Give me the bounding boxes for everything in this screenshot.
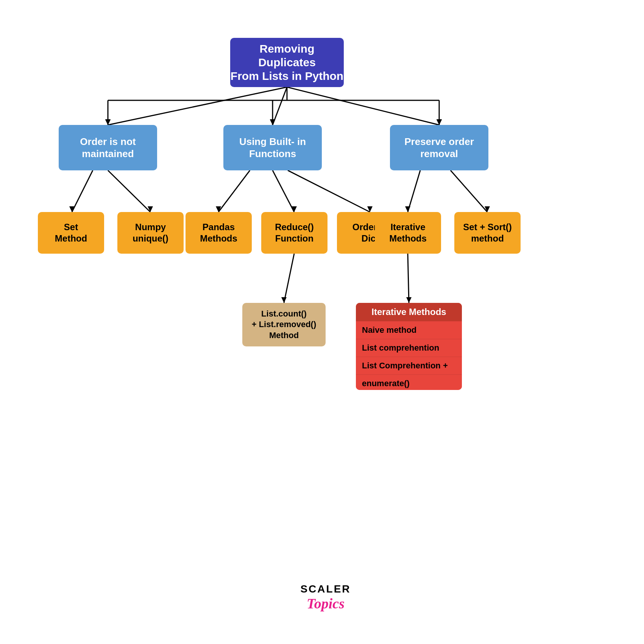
svg-marker-25 [405, 206, 410, 212]
order-not-maintained-node: Order is not maintained [59, 125, 157, 170]
set-method-label: Set Method [55, 221, 87, 244]
brand: SCALER Topics [288, 583, 363, 612]
iterative-methods-item-2: List comprehention [356, 339, 462, 357]
preserve-order-node: Preserve order removal [390, 125, 488, 170]
iterative-methods-detail-box: Iterative Methods Naive method List comp… [356, 303, 462, 390]
svg-marker-27 [485, 206, 490, 212]
iterative-methods-item-3: List Comprehention + [356, 357, 462, 374]
svg-line-14 [72, 170, 93, 212]
iterative-methods-detail-header: Iterative Methods [356, 303, 462, 321]
svg-marker-11 [105, 120, 111, 125]
svg-marker-23 [367, 206, 373, 212]
iterative-methods-item-4: enumerate() [356, 374, 462, 390]
preserve-order-label: Preserve order removal [404, 136, 474, 160]
set-sort-method-label: Set + Sort() method [463, 221, 512, 244]
svg-line-28 [284, 254, 294, 303]
iterative-methods-item-1: Naive method [356, 321, 462, 339]
svg-marker-31 [406, 297, 412, 303]
numpy-unique-node: Numpy unique() [117, 212, 184, 254]
svg-line-26 [451, 170, 487, 212]
svg-line-16 [108, 170, 150, 212]
built-in-functions-node: Using Built- in Functions [223, 125, 322, 170]
pandas-methods-label: Pandas Methods [200, 221, 237, 244]
brand-scaler-text: SCALER [288, 583, 363, 595]
svg-line-2 [273, 87, 287, 125]
root-node: Removing Duplicates From Lists in Python [230, 38, 344, 87]
reduce-function-node: Reduce() Function [261, 212, 327, 254]
built-in-functions-label: Using Built- in Functions [239, 136, 306, 160]
iterative-methods-node: Iterative Methods [375, 212, 441, 254]
svg-marker-12 [270, 120, 275, 125]
svg-marker-1 [105, 119, 111, 125]
diagram-container: Removing Duplicates From Lists in Python… [0, 0, 644, 644]
svg-line-30 [408, 254, 409, 303]
svg-line-4 [287, 87, 439, 125]
svg-marker-21 [292, 206, 297, 212]
set-method-node: Set Method [38, 212, 104, 254]
svg-line-22 [288, 170, 370, 212]
pandas-methods-node: Pandas Methods [186, 212, 252, 254]
svg-line-0 [108, 87, 287, 125]
order-not-maintained-label: Order is not maintained [80, 136, 136, 160]
iterative-methods-label: Iterative Methods [389, 221, 427, 244]
root-label: Removing Duplicates From Lists in Python [230, 42, 344, 83]
brand-topics-text: Topics [288, 595, 363, 612]
svg-marker-3 [270, 119, 275, 125]
svg-marker-13 [437, 120, 442, 125]
list-count-label: List.count() + List.removed() Method [252, 309, 317, 341]
reduce-function-label: Reduce() Function [275, 221, 314, 244]
svg-marker-19 [216, 206, 221, 212]
svg-marker-17 [148, 206, 153, 212]
svg-marker-15 [69, 206, 75, 212]
svg-marker-29 [281, 297, 287, 303]
set-sort-method-node: Set + Sort() method [454, 212, 521, 254]
svg-marker-5 [437, 119, 442, 125]
numpy-unique-label: Numpy unique() [133, 221, 168, 244]
svg-line-20 [273, 170, 294, 212]
svg-line-18 [218, 170, 250, 212]
svg-line-24 [408, 170, 420, 212]
list-count-node: List.count() + List.removed() Method [242, 303, 326, 346]
